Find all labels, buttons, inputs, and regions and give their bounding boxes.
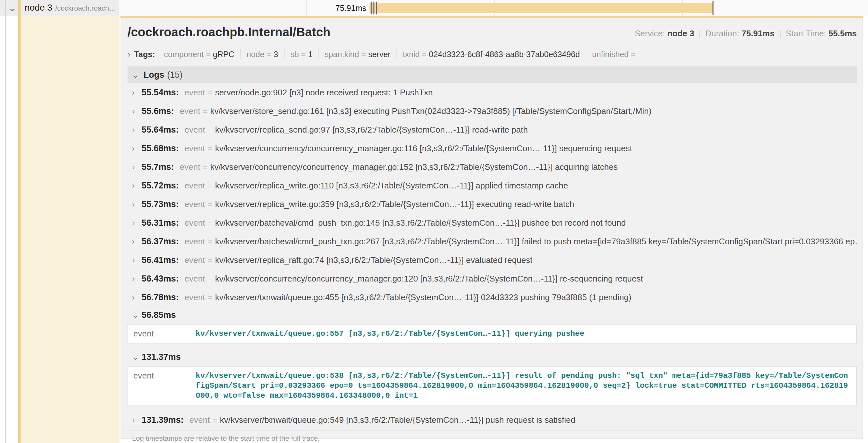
span-duration-bar[interactable] [369, 3, 713, 13]
log-timestamp: 55.68ms: [142, 143, 179, 154]
log-field-key: event [128, 367, 196, 405]
log-timestamp: 55.72ms: [142, 181, 179, 191]
log-timestamp: 56.41ms: [142, 255, 179, 265]
tag-equals: = [359, 50, 369, 59]
tag-value: gRPC [213, 50, 235, 59]
chevron-right-icon[interactable]: › [132, 88, 142, 97]
tag-key: span.kind [325, 50, 359, 59]
chevron-right-icon[interactable]: › [132, 125, 142, 135]
chevron-right-icon[interactable]: › [132, 144, 142, 153]
tag-key: unfinished [592, 50, 629, 59]
tag-key: sb [290, 50, 299, 59]
tags-label: Tags: [134, 50, 155, 59]
chevron-right-icon[interactable]: › [132, 107, 142, 116]
log-row[interactable]: ›131.39ms:event=kv/kvserver/txnwait/queu… [127, 411, 857, 429]
tag-item: sb=1 [285, 49, 319, 59]
log-timestamp: 55.54ms: [142, 88, 179, 98]
tag-value: server [368, 50, 390, 59]
log-row[interactable]: ›55.6ms:event=kv/kvserver/store_send.go:… [127, 102, 857, 121]
log-timestamp: 55.73ms: [142, 199, 179, 209]
log-row[interactable]: ›56.43ms:event=kv/kvserver/concurrency/c… [127, 269, 857, 288]
tag-equals: = [629, 50, 638, 59]
chevron-right-icon[interactable]: › [132, 415, 142, 425]
log-message: kv/kvserver/replica_send.go:97 [n3,s3,r6… [215, 125, 528, 135]
meta-label: Duration: [706, 29, 742, 38]
log-equals: = [205, 237, 215, 246]
log-field-value: kv/kvserver/txnwait/queue.go:538 [n3,s3,… [196, 367, 856, 405]
log-row[interactable]: ›56.31ms:event=kv/kvserver/batcheval/cmd… [127, 213, 857, 232]
chevron-right-icon[interactable]: › [132, 181, 142, 190]
log-field-key: event [185, 293, 205, 302]
meta-value: node 3 [667, 29, 694, 38]
log-row[interactable]: ›55.7ms:event=kv/kvserver/concurrency/co… [127, 158, 857, 176]
trace-view: ⌄ node 3 /cockroach.roach… 75.91ms /cock… [0, 0, 868, 443]
log-message: kv/kvserver/replica_write.go:110 [n3,s3,… [215, 181, 568, 191]
logs-footer-note: Log timestamps are relative to the start… [127, 431, 857, 443]
tag-item: node=3 [241, 49, 285, 59]
log-field-key: event [185, 143, 205, 154]
log-message: kv/kvserver/batcheval/cmd_push_txn.go:14… [215, 218, 626, 228]
chevron-right-icon[interactable]: › [132, 237, 142, 246]
tags-accordion[interactable]: › Tags: component=gRPCnode=3sb=1span.kin… [121, 44, 863, 63]
log-row[interactable]: ›56.78ms:event=kv/kvserver/txnwait/queue… [127, 288, 857, 307]
chevron-right-icon[interactable]: › [132, 218, 142, 228]
log-field-key: event [185, 181, 205, 191]
span-operation-name: /cockroach.roach… [55, 4, 116, 12]
log-field-key: event [128, 325, 196, 343]
tag-equals: = [299, 50, 308, 59]
span-detail-meta: Service: node 3|Duration: 75.91ms|Start … [635, 29, 857, 38]
chevron-right-icon[interactable]: › [132, 255, 142, 265]
log-marker-end-tick [713, 1, 713, 15]
log-equals: = [205, 181, 215, 191]
collapse-span-chevron-down-icon[interactable]: ⌄ [8, 2, 17, 14]
chevron-right-icon[interactable]: › [132, 200, 142, 209]
log-row[interactable]: ›55.72ms:event=kv/kvserver/replica_write… [127, 176, 857, 195]
logs-accordion-header[interactable]: ⌄ Logs (15) [127, 66, 857, 83]
chevron-right-icon[interactable]: › [132, 274, 142, 283]
log-message: kv/kvserver/batcheval/cmd_push_txn.go:26… [215, 237, 857, 246]
log-row-expanded-header[interactable]: ⌄131.37ms [127, 349, 857, 365]
log-message: kv/kvserver/concurrency/concurrency_mana… [215, 274, 643, 284]
logs-title: Logs [144, 70, 164, 80]
log-equals: = [205, 88, 215, 98]
tag-key: txnid [403, 50, 420, 59]
logs-section: ⌄ Logs (15) ›55.54ms:event=server/node.g… [127, 66, 857, 443]
log-row[interactable]: ›56.41ms:event=kv/kvserver/replica_raft.… [127, 251, 857, 269]
log-field-key: event [180, 162, 200, 172]
tag-value: 1 [308, 50, 313, 59]
log-timestamp: 55.6ms: [142, 106, 174, 116]
log-row[interactable]: ›55.64ms:event=kv/kvserver/replica_send.… [127, 121, 857, 139]
log-timestamp: 56.31ms: [142, 218, 179, 228]
meta-label: Service: [635, 29, 667, 38]
log-event-detail-box: eventkv/kvserver/txnwait/queue.go:538 [n… [127, 366, 857, 405]
log-message: kv/kvserver/txnwait/queue.go:455 [n3,s3,… [215, 293, 631, 302]
tag-value: 3 [274, 50, 278, 59]
span-service-name: node 3 [25, 3, 52, 13]
tag-key: node [247, 50, 265, 59]
meta-value: 55.5ms [829, 29, 857, 38]
log-row[interactable]: ›55.73ms:event=kv/kvserver/replica_write… [127, 195, 857, 213]
log-message: kv/kvserver/replica_write.go:359 [n3,s3,… [215, 199, 574, 209]
log-row[interactable]: ›55.54ms:event=server/node.go:902 [n3] n… [127, 83, 857, 102]
span-color-strip [18, 0, 21, 443]
logs-count: (15) [167, 70, 183, 80]
span-timeline-row[interactable]: 75.91ms [119, 0, 868, 16]
tag-item: span.kind=server [319, 49, 397, 59]
chevron-down-icon[interactable]: ⌄ [132, 70, 139, 80]
chevron-right-icon[interactable]: › [132, 163, 142, 172]
log-row-expanded-header[interactable]: ⌄56.85ms [127, 307, 857, 323]
log-row[interactable]: ›56.37ms:event=kv/kvserver/batcheval/cmd… [127, 232, 857, 251]
chevron-down-icon[interactable]: ⌄ [132, 352, 142, 362]
log-message: kv/kvserver/concurrency/concurrency_mana… [210, 162, 617, 172]
chevron-right-icon[interactable]: › [132, 293, 142, 302]
chevron-down-icon[interactable]: ⌄ [132, 310, 142, 320]
tag-value: 024d3323-6c8f-4863-aa8b-37ab0e63496d [429, 50, 580, 59]
meta-label: Start Time: [786, 29, 829, 38]
log-row[interactable]: ›55.68ms:event=kv/kvserver/concurrency/c… [127, 139, 857, 158]
log-event-detail-box: eventkv/kvserver/txnwait/queue.go:557 [n… [127, 324, 857, 343]
meta-separator: | [775, 29, 786, 38]
selected-span-row-highlight [21, 16, 120, 443]
chevron-right-icon[interactable]: › [127, 49, 130, 59]
log-equals: = [205, 293, 215, 302]
log-marker-ticks [370, 2, 378, 14]
